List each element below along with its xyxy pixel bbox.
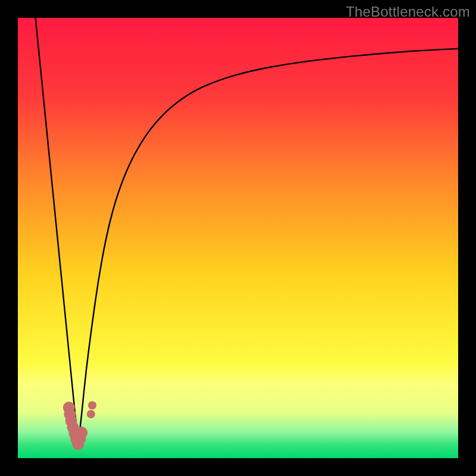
marker-dot [87,410,95,418]
marker-dot [88,401,96,409]
marker-dot [76,427,87,439]
chart-frame: TheBottleneck.com [0,0,476,476]
plot-area [18,18,458,458]
chart-svg [18,18,458,458]
